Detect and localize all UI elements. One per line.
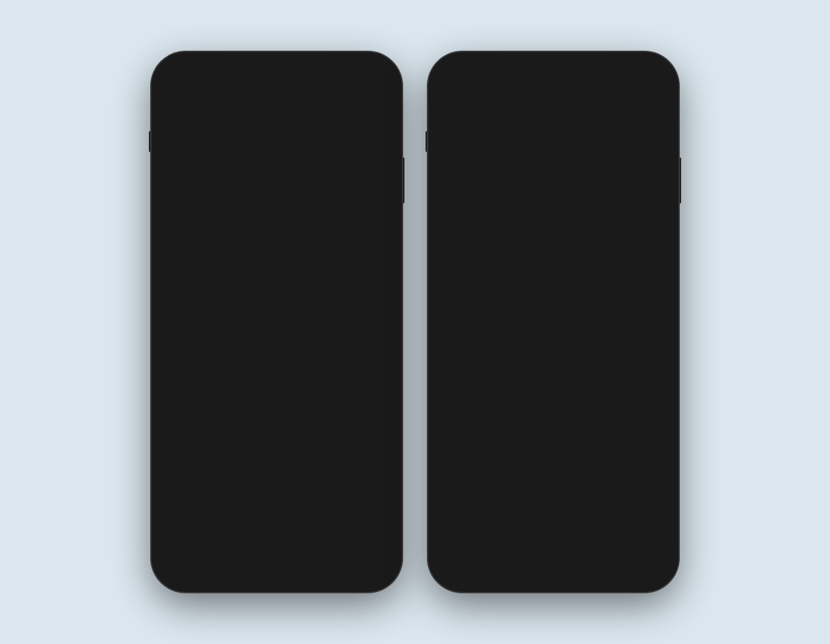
chat-preview: ✓✓ https://whatsapp.com/ [209, 261, 385, 271]
chat-time: 23/06/24 [354, 383, 385, 392]
chat-time: 05/11/24 [354, 337, 385, 346]
nav-item-communities[interactable]: Communities [530, 541, 577, 568]
community-badge: 📢 [190, 440, 202, 452]
chat-item[interactable]: WWBI06/12/24✓✓ 🎤 0:02 [158, 281, 395, 325]
chat-preview: ✓✓ 🎤 0:02 [209, 305, 385, 315]
nav-item-updates[interactable]: Updates [158, 541, 206, 568]
phone-screen: 00:06 ✈ ▲ 73 ••• 📷 + Chats Ask Meta AI o… [435, 59, 672, 585]
avatar: WBI [445, 242, 478, 275]
filter-tab-all[interactable]: All [169, 166, 196, 182]
filter-tab-groups[interactable]: Groups [313, 166, 360, 182]
nav-item-chats[interactable]: Chats [300, 541, 348, 568]
lock-text: 🔒 Your personal messages are end-to-end … [458, 520, 632, 529]
e2e-link[interactable]: end-to-end encrypted [286, 520, 355, 528]
archived-row[interactable]: Archived [158, 194, 395, 236]
chat-content: Community23/05/24You're now a community … [209, 424, 385, 447]
chat-preview: ✓✓ 🎤 0:02 [486, 305, 661, 315]
meta-ai-icon [177, 141, 190, 154]
menu-dots[interactable]: ••• [169, 87, 185, 101]
nav-item-updates[interactable]: Updates [435, 541, 482, 568]
chat-item[interactable]: 👥WABETAINFOWBI GROUP23/06/24WABETAINFO [435, 369, 672, 413]
status-time: 00:06 [451, 67, 476, 78]
chat-item[interactable]: WBIWBIMonday ★✓✓ https://whatsapp.com/ [435, 237, 672, 281]
chat-item[interactable]: 👥📢Community05/11/24✓✓ You: 📅 WABetainfo … [435, 325, 672, 369]
filter-tabs: AllUnreadFavoritesGroupsWBI [169, 166, 385, 189]
chat-item[interactable]: 👥WABETAINFOWBI GROUP23/06/24WABETAINFO [158, 369, 395, 413]
chat-item[interactable]: WWBI06/12/24✓✓ 🎤 0:02 [435, 281, 672, 325]
chat-name: Community [209, 336, 267, 348]
chat-item[interactable]: 👤WABETAINFOUnknown25/02/23WABETAINFO [435, 458, 672, 501]
nav-item-calls[interactable]: Calls [206, 541, 253, 568]
chat-item[interactable]: 👥📢Community05/11/24✓✓ You: 📅 WABetainfo … [158, 325, 395, 369]
chat-time: 06/12/24 [630, 293, 661, 302]
chat-content: Unknown25/02/23WABETAINFO [209, 470, 385, 490]
chats-nav-label: Chats [316, 561, 333, 568]
chat-name: WBI [209, 292, 230, 304]
nav-item-calls[interactable]: Calls [482, 541, 530, 568]
avatar: 👥WABETAINFO [169, 375, 202, 408]
phone-screen: 00:06 ✈ ▲ 73 ••• 📷 + Chats Ask Meta AI o… [158, 59, 395, 585]
chat-item[interactable]: 👤WABETAINFOUnknown25/02/23WABETAINFO [158, 458, 395, 501]
search-placeholder: Ask Meta AI or Search [472, 142, 570, 153]
chat-name-row: Unknown25/02/23 [486, 470, 661, 481]
settings-nav-label: Settings [360, 561, 383, 568]
filter-tab-wbi[interactable]: WBI [641, 166, 661, 182]
filter-tab-unread[interactable]: Unread [202, 166, 248, 182]
chat-time: 23/05/24 [354, 425, 385, 435]
search-bar[interactable]: Ask Meta AI or Search [169, 136, 385, 159]
chat-name: WBI GROUP [209, 381, 271, 393]
home-indicator [520, 579, 586, 581]
nav-item-communities[interactable]: Communities [253, 541, 300, 568]
chat-time: 23/05/24 [630, 425, 661, 435]
avatar: 👥📢 [445, 331, 478, 363]
chat-name: Community [486, 336, 544, 348]
chat-name: Community [486, 424, 544, 436]
menu-dots[interactable]: ••• [445, 87, 462, 101]
chat-name-row: Unknown25/02/23 [209, 470, 385, 481]
filter-tab-all[interactable]: All [445, 166, 473, 182]
updates-nav-icon [175, 541, 189, 560]
nav-item-settings[interactable]: Settings [348, 541, 395, 568]
communities-nav-label: Communities [534, 561, 572, 568]
chat-item[interactable]: WBIWBIMonday ★✓✓ https://whatsapp.com/ [158, 237, 395, 281]
chat-name-row: Community23/05/24 [209, 424, 385, 436]
filter-tab-wbi[interactable]: WBI [364, 166, 385, 182]
chat-content: WBI06/12/24✓✓ 🎤 0:02 [209, 292, 385, 315]
avatar: 📢📢 [445, 419, 478, 452]
nav-item-settings[interactable]: Settings [624, 541, 672, 568]
camera-button[interactable]: 📷 [611, 83, 632, 104]
archived-row[interactable]: Archived [435, 194, 672, 236]
search-bar[interactable]: Ask Meta AI or Search [445, 136, 661, 159]
avatar: WBI [169, 242, 202, 275]
meta-ai-icon [453, 141, 466, 154]
filter-tab-favorites[interactable]: Favorites [254, 166, 307, 182]
chat-name: Community [209, 424, 267, 436]
chat-time: 23/06/24 [630, 383, 661, 392]
chat-content: WBI06/12/24✓✓ 🎤 0:02 [486, 292, 661, 315]
e2e-link[interactable]: end-to-end encrypted [563, 520, 632, 528]
wifi-icon: ▲ [355, 67, 364, 77]
new-chat-button[interactable]: + [640, 83, 661, 104]
filter-tab-groups[interactable]: Groups [590, 166, 636, 182]
nav-item-chats[interactable]: Chats [577, 541, 624, 568]
new-chat-button[interactable]: + [364, 83, 385, 104]
calls-nav-icon [499, 541, 513, 560]
filter-tab-favorites[interactable]: Favorites [530, 166, 584, 182]
chat-preview: WABETAINFO [486, 483, 661, 490]
community-badge: 📢 [466, 440, 478, 452]
chat-time: Monday ★ [624, 249, 661, 258]
e2e-footer: 🔒 Your personal messages are end-to-end … [158, 513, 395, 535]
archived-icon [445, 201, 474, 230]
chat-time: 06/12/24 [354, 293, 385, 302]
filter-tab-unread[interactable]: Unread [478, 166, 525, 182]
chat-item[interactable]: 📢📢Community23/05/24You're now a communit… [435, 414, 672, 457]
chat-content: WBIMonday ★✓✓ https://whatsapp.com/ [209, 248, 385, 271]
chat-name-row: Community05/11/24 [209, 336, 385, 348]
chat-item[interactable]: 📢📢Community23/05/24You're now a communit… [158, 414, 395, 457]
chat-preview: ✓✓ You: 📅 WABetainfo Event [209, 349, 385, 359]
avatar: 👥WABETAINFO [445, 375, 478, 408]
app-header: ••• 📷 + Chats Ask Meta AI or Search AllU… [158, 80, 395, 194]
camera-button[interactable]: 📷 [335, 83, 356, 104]
phone-dark: 00:06 ✈ ▲ 73 ••• 📷 + Chats Ask Meta AI o… [428, 52, 678, 592]
chat-time: Monday ★ [348, 249, 385, 258]
